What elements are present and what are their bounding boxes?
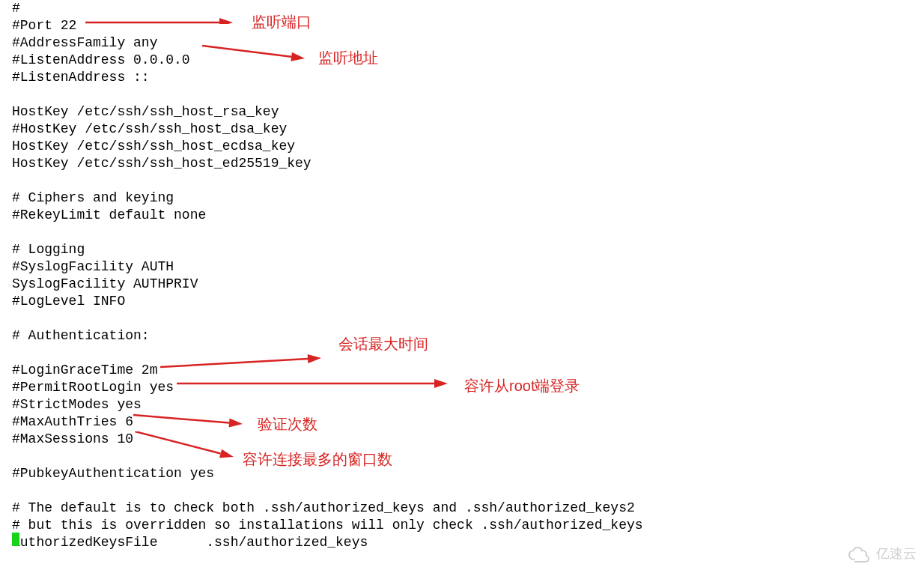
annotation-max-auth-tries: 验证次数	[258, 416, 317, 433]
annotation-max-sessions: 容许连接最多的窗口数	[243, 451, 392, 468]
sshd-config-code: # #Port 22 #AddressFamily any #ListenAdd…	[12, 0, 643, 551]
annotation-permit-root: 容许从root端登录	[464, 378, 580, 395]
document-canvas: # #Port 22 #AddressFamily any #ListenAdd…	[0, 0, 924, 567]
annotation-port: 监听端口	[252, 13, 311, 31]
annotation-listen-address: 监听地址	[318, 49, 378, 67]
cloud-icon	[846, 546, 872, 563]
watermark: 亿速云	[846, 545, 917, 563]
annotation-login-grace: 会话最大时间	[338, 336, 428, 353]
watermark-text: 亿速云	[876, 545, 917, 563]
editor-cursor	[12, 533, 19, 546]
